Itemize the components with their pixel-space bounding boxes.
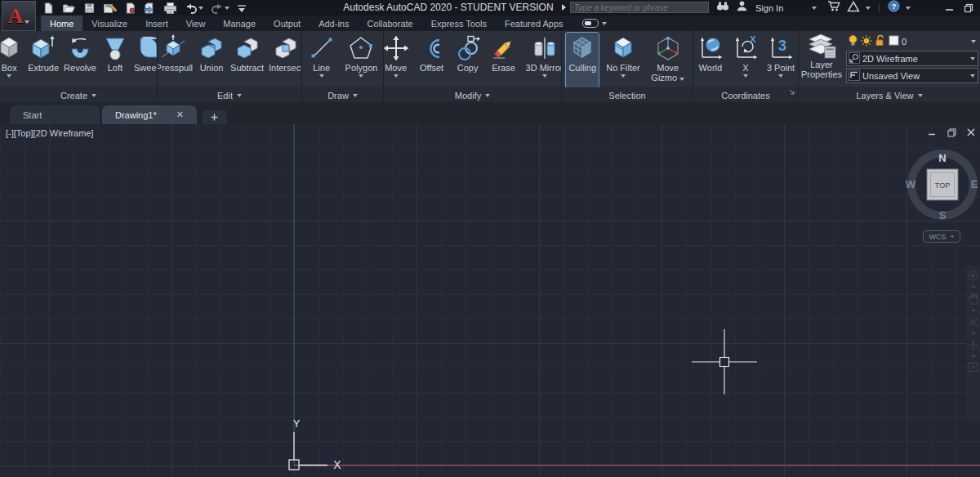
panel-label-draw[interactable]: Draw — [302, 87, 383, 102]
open-file-button[interactable] — [62, 2, 76, 15]
sign-in-button[interactable]: Sign In — [755, 3, 783, 13]
customize-qat-button[interactable] — [237, 3, 247, 13]
new-drawing-tab-button[interactable] — [203, 110, 227, 124]
file-tab-drawing1[interactable]: Drawing1* ✕ — [102, 105, 197, 124]
drawing-canvas[interactable]: Y X [-][Top][2D Wireframe] N W E S — [0, 124, 980, 477]
panel-label-coordinates[interactable]: Coordinates — [693, 87, 798, 102]
extrude-button[interactable]: Extrude — [25, 33, 61, 87]
help-dropdown-icon[interactable] — [906, 7, 911, 10]
help-icon[interactable]: ? — [888, 0, 900, 16]
panel-label-selection[interactable]: Selection — [562, 87, 693, 102]
tab-express-tools[interactable]: Express Tools — [422, 16, 496, 31]
tab-featured-apps[interactable]: Featured Apps — [496, 16, 572, 31]
tab-collaborate[interactable]: Collaborate — [358, 16, 421, 31]
panel-label-modify[interactable]: Modify — [384, 87, 561, 102]
chevron-down-icon[interactable] — [971, 332, 976, 335]
layer-unlock-icon[interactable] — [875, 34, 886, 48]
presspull-button[interactable]: Presspull — [158, 33, 195, 87]
intersect-button[interactable]: Intersect — [266, 33, 302, 87]
panel-expand-icon[interactable] — [789, 84, 795, 99]
application-menu-button[interactable]: A — [2, 1, 36, 31]
ucs-x-button[interactable]: X X — [729, 33, 762, 87]
chevron-down-icon[interactable] — [971, 286, 976, 288]
tab-view[interactable]: View — [177, 16, 215, 31]
file-tab-start[interactable]: Start — [10, 105, 100, 124]
new-file-button[interactable] — [42, 2, 55, 15]
restore-icon[interactable] — [946, 127, 957, 137]
restore-button[interactable] — [960, 2, 977, 15]
move-gizmo-button[interactable]: Move Gizmo — [648, 33, 688, 87]
chevron-down-icon[interactable] — [971, 355, 976, 358]
tab-add-ins[interactable]: Add-ins — [310, 16, 358, 31]
save-button[interactable] — [83, 2, 96, 15]
box-button[interactable]: Box — [0, 33, 25, 87]
save-as-button[interactable] — [103, 2, 117, 15]
print-button[interactable] — [163, 2, 177, 15]
viewport-controls-label[interactable]: [-][Top][2D Wireframe] — [6, 128, 94, 138]
cart-icon[interactable] — [827, 0, 841, 16]
tab-manage[interactable]: Manage — [214, 16, 265, 31]
undo-button[interactable] — [185, 2, 203, 15]
chevron-down-icon[interactable] — [971, 310, 976, 312]
tab-insert[interactable]: Insert — [136, 16, 177, 31]
undo-dropdown-icon[interactable] — [198, 7, 203, 10]
panel-label-create[interactable]: Create — [0, 87, 157, 102]
copy-icon — [454, 33, 482, 63]
erase-button[interactable]: Erase — [488, 33, 520, 87]
offset-button[interactable]: Offset — [416, 33, 448, 87]
zoom-extents-icon[interactable] — [968, 317, 978, 328]
panel-label-layers-view[interactable]: Layers & View — [799, 87, 980, 102]
minimize-button[interactable] — [941, 2, 957, 15]
plot-button[interactable] — [124, 2, 136, 15]
line-button[interactable]: Line — [305, 33, 338, 87]
sweep-button[interactable]: Sweep — [131, 33, 158, 87]
user-icon[interactable] — [736, 0, 748, 16]
redo-button[interactable] — [211, 2, 229, 15]
3d-mirror-button[interactable]: 3D Mirror — [523, 33, 562, 87]
publish-button[interactable] — [144, 2, 156, 15]
viewcube[interactable]: N W E S TOP — [903, 146, 980, 225]
showmotion-icon[interactable] — [968, 363, 978, 372]
layer-selector[interactable]: 0 — [846, 33, 978, 49]
wcs-menu-button[interactable]: WCS — [923, 230, 960, 243]
app-store-icon[interactable] — [847, 1, 860, 16]
navigation-wheel-icon[interactable] — [968, 270, 978, 281]
layer-freeze-sun-icon[interactable] — [861, 35, 872, 48]
move-button[interactable]: Move — [384, 33, 412, 87]
ribbon-display-toggle[interactable] — [582, 16, 607, 31]
revolve-button[interactable]: Revolve — [61, 33, 99, 87]
layer-on-bulb-icon[interactable] — [848, 34, 858, 48]
panel-label-edit[interactable]: Edit — [158, 87, 301, 102]
chevron-down-icon[interactable] — [970, 57, 975, 60]
close-icon[interactable]: ✕ — [176, 110, 184, 119]
close-icon[interactable] — [965, 127, 977, 137]
culling-button[interactable]: Culling — [566, 33, 599, 87]
search-expand-icon[interactable] — [562, 4, 566, 11]
app-store-dropdown-icon[interactable] — [866, 7, 871, 10]
loft-button[interactable]: Loft — [99, 33, 131, 87]
union-button[interactable]: Union — [195, 33, 228, 87]
tab-visualize[interactable]: Visualize — [82, 16, 136, 31]
tab-home[interactable]: Home — [41, 16, 82, 31]
redo-dropdown-icon[interactable] — [225, 7, 229, 10]
search-input[interactable] — [570, 2, 709, 13]
layer-color-swatch[interactable] — [889, 35, 899, 47]
view-selector[interactable]: Unsaved View — [846, 68, 978, 83]
subtract-button[interactable]: Subtract — [228, 33, 266, 87]
search-binoculars-icon[interactable] — [715, 1, 730, 16]
pan-hand-icon[interactable] — [968, 293, 978, 305]
offset-icon — [418, 33, 446, 63]
sign-in-dropdown-icon[interactable] — [812, 7, 817, 10]
orbit-icon[interactable] — [968, 340, 978, 350]
minimize-icon[interactable] — [926, 127, 938, 137]
copy-button[interactable]: Copy — [452, 33, 484, 87]
world-ucs-button[interactable]: World — [694, 33, 727, 87]
chevron-down-icon[interactable] — [970, 74, 975, 78]
chevron-down-icon[interactable] — [971, 40, 976, 43]
tab-output[interactable]: Output — [265, 16, 310, 31]
layer-properties-button[interactable]: Layer Properties — [800, 33, 843, 87]
three-point-button[interactable]: 3 3 Point — [764, 33, 797, 87]
polygon-button[interactable]: Polygon — [343, 33, 381, 87]
visual-style-selector[interactable]: 2D Wireframe — [846, 51, 978, 66]
no-filter-button[interactable]: No Filter — [604, 33, 643, 87]
